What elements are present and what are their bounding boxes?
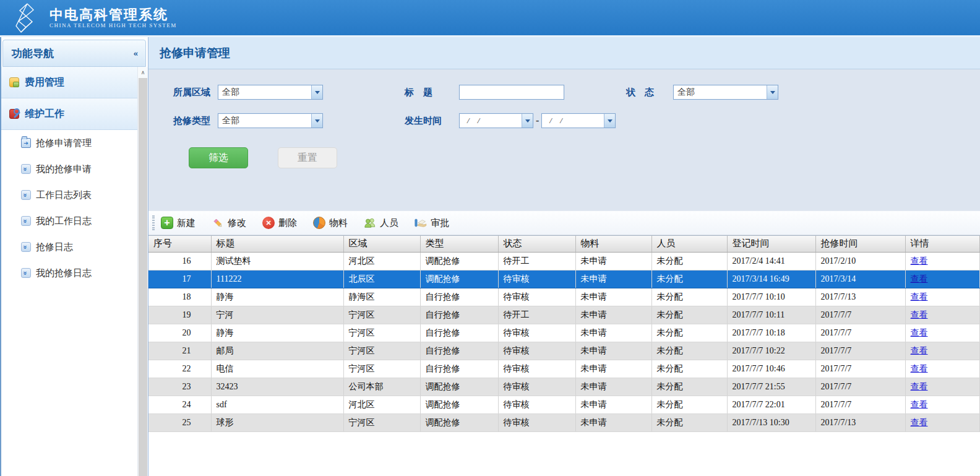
double-chevron-down-icon: [21, 164, 31, 174]
material-button[interactable]: 物料: [313, 217, 348, 229]
cell-area: 河北区: [343, 396, 420, 413]
sidebar-collapse-button[interactable]: «: [134, 48, 139, 59]
column-header-material[interactable]: 物料: [575, 236, 651, 252]
reset-button[interactable]: 重置: [278, 147, 337, 168]
detail-link[interactable]: 查看: [911, 274, 928, 283]
detail-link[interactable]: 查看: [911, 382, 928, 391]
chevron-down-icon[interactable]: [311, 114, 322, 128]
new-button-label: 新建: [177, 217, 196, 229]
toolbar-grip-handle[interactable]: [152, 215, 155, 230]
column-header-no[interactable]: 序号: [148, 236, 211, 252]
cell-no: 22: [148, 360, 211, 378]
sidebar-item-my-repair-logs[interactable]: 我的抢修日志: [1, 260, 139, 286]
double-chevron-down-icon: [21, 242, 31, 252]
type-select-value: 全部: [218, 114, 311, 128]
time-to-field[interactable]: / /: [541, 113, 616, 128]
edit-button[interactable]: 修改: [212, 217, 246, 229]
cell-material: 未申请: [575, 396, 651, 413]
cell-status: 待审核: [498, 270, 575, 288]
chevron-down-icon[interactable]: [767, 85, 778, 99]
column-header-reg-time[interactable]: 登记时间: [727, 236, 815, 252]
sidebar-item-label: 我的抢修日志: [36, 267, 92, 279]
type-select[interactable]: 全部: [218, 113, 323, 128]
sidebar-item-repair-logs[interactable]: 抢修日志: [1, 234, 139, 260]
type-filter-label: 抢修类型: [173, 115, 214, 127]
table-row[interactable]: 17111222北辰区调配抢修待审核未申请未分配2017/3/14 16:492…: [148, 270, 980, 288]
cell-reg-time: 2017/7/7 22:01: [727, 396, 815, 413]
column-header-detail[interactable]: 详情: [905, 236, 980, 252]
column-header-status[interactable]: 状态: [498, 236, 575, 252]
cell-status: 待审核: [498, 413, 575, 431]
scroll-up-icon[interactable]: ∧: [138, 67, 148, 78]
column-header-title[interactable]: 标题: [211, 236, 343, 252]
cell-status: 待开工: [498, 252, 575, 270]
cell-area: 北辰区: [343, 270, 420, 288]
column-header-personnel[interactable]: 人员: [651, 236, 727, 252]
calendar-dropdown-icon[interactable]: [604, 114, 615, 128]
personnel-button[interactable]: 人员: [364, 217, 398, 229]
sidebar-item-work-log-list[interactable]: 工作日志列表: [1, 182, 139, 208]
column-header-area[interactable]: 区域: [343, 236, 420, 252]
sidebar-group-label: 费用管理: [25, 76, 64, 89]
cell-type: 自行抢修: [420, 288, 498, 306]
detail-link[interactable]: 查看: [911, 310, 928, 319]
table-row[interactable]: 18静海静海区自行抢修待审核未申请未分配2017/7/7 10:102017/7…: [148, 288, 980, 306]
cell-reg-time: 2017/7/7 10:22: [727, 342, 815, 360]
cell-type: 自行抢修: [420, 360, 498, 378]
table-row[interactable]: 16测试垫料河北区调配抢修待开工未申请未分配2017/2/4 14:412017…: [148, 252, 980, 270]
cell-reg-time: 2017/7/7 10:11: [727, 306, 815, 324]
time-from-field[interactable]: / /: [459, 113, 533, 128]
calendar-dropdown-icon[interactable]: [522, 114, 533, 128]
sidebar-group-maintenance-work[interactable]: 维护工作: [1, 98, 139, 130]
chevron-down-icon[interactable]: [311, 85, 322, 99]
data-grid: 序号标题区域类型状态物料人员登记时间抢修时间详情 16测试垫料河北区调配抢修待开…: [148, 235, 980, 476]
new-button[interactable]: + 新建: [161, 217, 196, 229]
detail-link[interactable]: 查看: [911, 256, 928, 266]
title-filter-input[interactable]: [459, 85, 564, 100]
approve-button[interactable]: 审批: [415, 217, 449, 229]
sidebar-item-my-work-logs[interactable]: 我的工作日志: [1, 208, 139, 234]
material-button-label: 物料: [329, 217, 348, 229]
table-row[interactable]: 24sdf河北区调配抢修待审核未申请未分配2017/7/7 22:012017/…: [148, 396, 980, 413]
detail-link[interactable]: 查看: [911, 292, 928, 301]
sidebar-item-my-repair-requests[interactable]: 我的抢修申请: [1, 156, 139, 182]
people-icon: [364, 217, 376, 229]
filter-button[interactable]: 筛选: [189, 147, 248, 168]
cell-title: 32423: [211, 378, 343, 396]
table-row[interactable]: 22电信宁河区自行抢修待审核未申请未分配2017/7/7 10:462017/7…: [148, 360, 980, 378]
area-select[interactable]: 全部: [218, 85, 323, 100]
company-logo-icon: [14, 2, 41, 33]
delete-button[interactable]: ✕ 删除: [262, 217, 297, 229]
table-row[interactable]: 21邮局宁河区自行抢修待审核未申请未分配2017/7/7 10:222017/7…: [148, 342, 980, 360]
table-row[interactable]: 19宁河宁河区自行抢修待开工未申请未分配2017/7/7 10:112017/7…: [148, 306, 980, 324]
cell-personnel: 未分配: [651, 270, 727, 288]
cell-title: sdf: [211, 396, 343, 413]
detail-link[interactable]: 查看: [911, 400, 928, 409]
cell-area: 宁河区: [343, 413, 420, 431]
cell-area: 宁河区: [343, 324, 420, 342]
column-header-repair-time[interactable]: 抢修时间: [815, 236, 905, 252]
cell-personnel: 未分配: [651, 413, 727, 431]
detail-link[interactable]: 查看: [911, 346, 928, 355]
page-titlebar: 抢修申请管理: [148, 37, 980, 69]
table-row[interactable]: 2332423公司本部调配抢修待审核未申请未分配2017/7/7 21:5520…: [148, 378, 980, 396]
filter-panel: 所属区域 全部 标 题 状 态 全部 抢修类型: [148, 69, 980, 210]
table-row[interactable]: 20静海宁河区自行抢修待审核未申请未分配2017/7/7 10:182017/7…: [148, 324, 980, 342]
sidebar-scrollbar[interactable]: ∧: [137, 67, 148, 476]
detail-link[interactable]: 查看: [911, 364, 928, 373]
status-select-value: 全部: [674, 85, 767, 99]
scrollbar-thumb[interactable]: [139, 78, 147, 476]
cell-no: 17: [148, 270, 211, 288]
cell-material: 未申请: [575, 252, 651, 270]
table-row[interactable]: 25球形宁河区调配抢修待审核未申请未分配2017/7/13 10:302017/…: [148, 413, 980, 431]
column-header-type[interactable]: 类型: [420, 236, 498, 252]
sidebar-item-repair-request-management[interactable]: 抢修申请管理: [1, 130, 139, 156]
personnel-button-label: 人员: [380, 217, 398, 229]
status-select[interactable]: 全部: [673, 85, 778, 100]
sidebar-group-fee-management[interactable]: 费用管理: [1, 67, 139, 98]
edit-button-label: 修改: [228, 217, 246, 229]
detail-link[interactable]: 查看: [911, 328, 928, 337]
cell-area: 静海区: [343, 288, 420, 306]
cell-type: 调配抢修: [420, 413, 498, 431]
detail-link[interactable]: 查看: [911, 418, 928, 427]
